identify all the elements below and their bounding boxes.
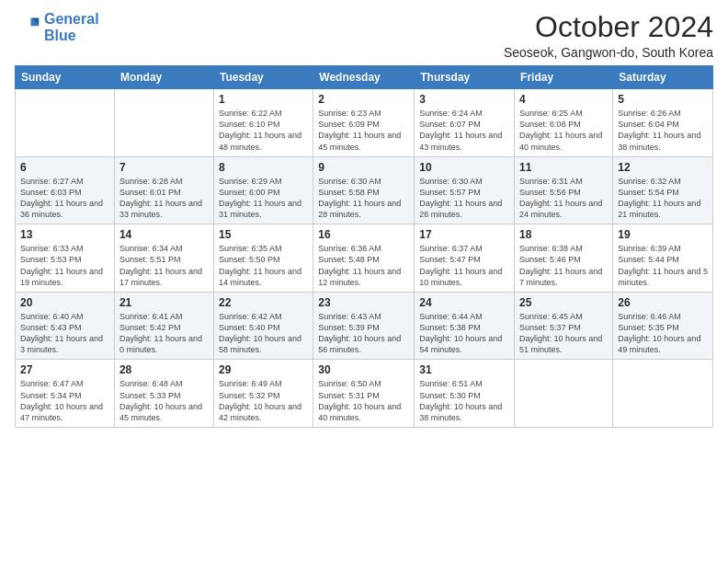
- day-number: 7: [119, 161, 209, 174]
- day-number: 2: [318, 93, 409, 106]
- weekday-header-thursday: Thursday: [415, 66, 515, 89]
- day-info: Sunrise: 6:49 AM Sunset: 5:32 PM Dayligh…: [219, 378, 308, 423]
- calendar-cell: 15Sunrise: 6:35 AM Sunset: 5:50 PM Dayli…: [213, 224, 313, 293]
- day-info: Sunrise: 6:40 AM Sunset: 5:43 PM Dayligh…: [20, 311, 109, 356]
- calendar-cell: 31Sunrise: 6:51 AM Sunset: 5:30 PM Dayli…: [415, 360, 515, 428]
- weekday-header-sunday: Sunday: [16, 66, 115, 89]
- calendar-cell: 6Sunrise: 6:27 AM Sunset: 6:03 PM Daylig…: [16, 156, 115, 224]
- day-number: 5: [618, 93, 708, 106]
- logo-icon: [15, 15, 40, 40]
- day-info: Sunrise: 6:23 AM Sunset: 6:09 PM Dayligh…: [318, 108, 409, 153]
- day-info: Sunrise: 6:39 AM Sunset: 5:44 PM Dayligh…: [618, 243, 708, 288]
- logo-line1: General: [44, 11, 99, 27]
- calendar-cell: 5Sunrise: 6:26 AM Sunset: 6:04 PM Daylig…: [613, 89, 713, 157]
- page: General Blue October 2024 Seoseok, Gangw…: [0, 0, 728, 563]
- day-number: 8: [219, 161, 308, 174]
- day-number: 1: [219, 93, 308, 106]
- weekday-header-monday: Monday: [114, 66, 213, 89]
- day-info: Sunrise: 6:30 AM Sunset: 5:58 PM Dayligh…: [318, 176, 409, 221]
- logo: General Blue: [15, 11, 99, 43]
- day-info: Sunrise: 6:27 AM Sunset: 6:03 PM Dayligh…: [20, 176, 109, 221]
- day-info: Sunrise: 6:46 AM Sunset: 5:35 PM Dayligh…: [618, 311, 708, 356]
- calendar-cell: 11Sunrise: 6:31 AM Sunset: 5:56 PM Dayli…: [515, 156, 613, 224]
- calendar-cell: 27Sunrise: 6:47 AM Sunset: 5:34 PM Dayli…: [16, 360, 115, 428]
- calendar-cell: 3Sunrise: 6:24 AM Sunset: 6:07 PM Daylig…: [415, 89, 515, 157]
- day-info: Sunrise: 6:33 AM Sunset: 5:53 PM Dayligh…: [20, 243, 109, 288]
- day-number: 25: [519, 296, 608, 309]
- day-info: Sunrise: 6:36 AM Sunset: 5:48 PM Dayligh…: [318, 243, 409, 288]
- calendar-cell: 12Sunrise: 6:32 AM Sunset: 5:54 PM Dayli…: [613, 156, 713, 224]
- day-number: 6: [20, 161, 109, 174]
- weekday-header-wednesday: Wednesday: [313, 66, 415, 89]
- header: General Blue October 2024 Seoseok, Gangw…: [15, 11, 713, 60]
- day-info: Sunrise: 6:31 AM Sunset: 5:56 PM Dayligh…: [519, 176, 608, 221]
- day-number: 22: [219, 296, 308, 309]
- day-info: Sunrise: 6:34 AM Sunset: 5:51 PM Dayligh…: [119, 243, 209, 288]
- day-info: Sunrise: 6:51 AM Sunset: 5:30 PM Dayligh…: [419, 378, 509, 423]
- day-number: 27: [20, 363, 109, 376]
- calendar-cell: 16Sunrise: 6:36 AM Sunset: 5:48 PM Dayli…: [313, 224, 415, 293]
- day-info: Sunrise: 6:22 AM Sunset: 6:10 PM Dayligh…: [219, 108, 308, 153]
- calendar-cell: [114, 89, 213, 157]
- day-number: 30: [318, 363, 409, 376]
- week-row: 20Sunrise: 6:40 AM Sunset: 5:43 PM Dayli…: [16, 292, 713, 360]
- weekday-header-row: SundayMondayTuesdayWednesdayThursdayFrid…: [16, 66, 713, 89]
- calendar-cell: 18Sunrise: 6:38 AM Sunset: 5:46 PM Dayli…: [515, 224, 613, 293]
- day-info: Sunrise: 6:45 AM Sunset: 5:37 PM Dayligh…: [519, 311, 608, 356]
- day-number: 21: [119, 296, 209, 309]
- calendar-cell: 28Sunrise: 6:48 AM Sunset: 5:33 PM Dayli…: [114, 360, 213, 428]
- logo-text: General Blue: [44, 11, 99, 43]
- day-info: Sunrise: 6:26 AM Sunset: 6:04 PM Dayligh…: [618, 108, 708, 153]
- day-number: 23: [318, 296, 409, 309]
- calendar-cell: [613, 360, 713, 428]
- calendar-cell: 30Sunrise: 6:50 AM Sunset: 5:31 PM Dayli…: [313, 360, 415, 428]
- weekday-header-tuesday: Tuesday: [213, 66, 313, 89]
- week-row: 13Sunrise: 6:33 AM Sunset: 5:53 PM Dayli…: [16, 224, 713, 293]
- calendar-cell: 10Sunrise: 6:30 AM Sunset: 5:57 PM Dayli…: [415, 156, 515, 224]
- weekday-header-friday: Friday: [515, 66, 613, 89]
- calendar-cell: 24Sunrise: 6:44 AM Sunset: 5:38 PM Dayli…: [415, 292, 515, 360]
- day-number: 31: [419, 363, 509, 376]
- calendar-cell: 4Sunrise: 6:25 AM Sunset: 6:06 PM Daylig…: [515, 89, 613, 157]
- calendar-cell: 1Sunrise: 6:22 AM Sunset: 6:10 PM Daylig…: [213, 89, 313, 157]
- week-row: 27Sunrise: 6:47 AM Sunset: 5:34 PM Dayli…: [16, 360, 713, 428]
- day-number: 3: [419, 93, 509, 106]
- day-number: 14: [119, 228, 209, 241]
- week-row: 6Sunrise: 6:27 AM Sunset: 6:03 PM Daylig…: [16, 156, 713, 224]
- calendar: SundayMondayTuesdayWednesdayThursdayFrid…: [15, 65, 713, 428]
- day-info: Sunrise: 6:48 AM Sunset: 5:33 PM Dayligh…: [119, 378, 209, 423]
- day-info: Sunrise: 6:25 AM Sunset: 6:06 PM Dayligh…: [519, 108, 608, 153]
- day-info: Sunrise: 6:44 AM Sunset: 5:38 PM Dayligh…: [419, 311, 509, 356]
- calendar-cell: 7Sunrise: 6:28 AM Sunset: 6:01 PM Daylig…: [114, 156, 213, 224]
- day-number: 10: [419, 161, 509, 174]
- day-number: 18: [519, 228, 608, 241]
- calendar-cell: 9Sunrise: 6:30 AM Sunset: 5:58 PM Daylig…: [313, 156, 415, 224]
- calendar-cell: 22Sunrise: 6:42 AM Sunset: 5:40 PM Dayli…: [213, 292, 313, 360]
- day-info: Sunrise: 6:50 AM Sunset: 5:31 PM Dayligh…: [318, 378, 409, 423]
- calendar-cell: 26Sunrise: 6:46 AM Sunset: 5:35 PM Dayli…: [613, 292, 713, 360]
- weekday-header-saturday: Saturday: [613, 66, 713, 89]
- day-info: Sunrise: 6:41 AM Sunset: 5:42 PM Dayligh…: [119, 311, 209, 356]
- month-title: October 2024: [504, 11, 713, 43]
- day-info: Sunrise: 6:30 AM Sunset: 5:57 PM Dayligh…: [419, 176, 509, 221]
- calendar-cell: 2Sunrise: 6:23 AM Sunset: 6:09 PM Daylig…: [313, 89, 415, 157]
- day-number: 19: [618, 228, 708, 241]
- calendar-cell: 17Sunrise: 6:37 AM Sunset: 5:47 PM Dayli…: [415, 224, 515, 293]
- calendar-cell: 25Sunrise: 6:45 AM Sunset: 5:37 PM Dayli…: [515, 292, 613, 360]
- day-number: 26: [618, 296, 708, 309]
- day-number: 20: [20, 296, 109, 309]
- day-number: 17: [419, 228, 509, 241]
- calendar-cell: [515, 360, 613, 428]
- day-info: Sunrise: 6:24 AM Sunset: 6:07 PM Dayligh…: [419, 108, 509, 153]
- day-number: 15: [219, 228, 308, 241]
- calendar-cell: 29Sunrise: 6:49 AM Sunset: 5:32 PM Dayli…: [213, 360, 313, 428]
- calendar-cell: [16, 89, 115, 157]
- calendar-cell: 13Sunrise: 6:33 AM Sunset: 5:53 PM Dayli…: [16, 224, 115, 293]
- week-row: 1Sunrise: 6:22 AM Sunset: 6:10 PM Daylig…: [16, 89, 713, 157]
- day-number: 11: [519, 161, 608, 174]
- day-info: Sunrise: 6:35 AM Sunset: 5:50 PM Dayligh…: [219, 243, 308, 288]
- day-info: Sunrise: 6:43 AM Sunset: 5:39 PM Dayligh…: [318, 311, 409, 356]
- day-number: 9: [318, 161, 409, 174]
- day-number: 28: [119, 363, 209, 376]
- calendar-cell: 20Sunrise: 6:40 AM Sunset: 5:43 PM Dayli…: [16, 292, 115, 360]
